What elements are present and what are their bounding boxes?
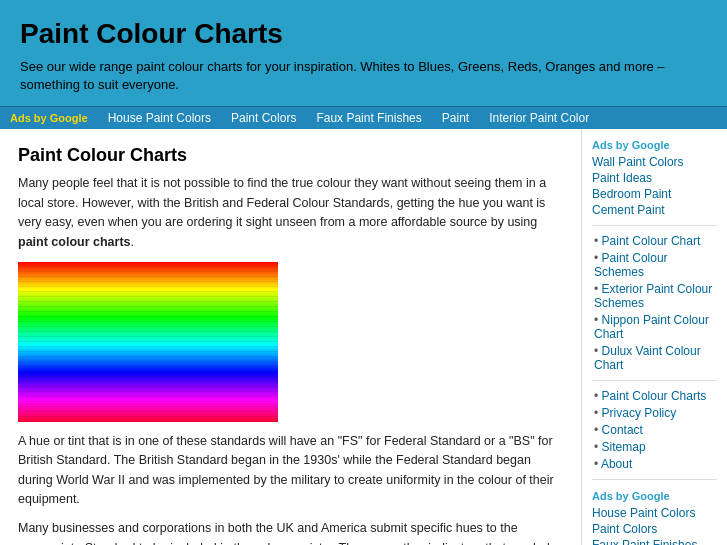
sidebar-nav-link-9[interactable]: Sitemap xyxy=(592,440,717,454)
sidebar-nav-section1: Paint Colour Chart Paint Colour Schemes … xyxy=(592,234,717,372)
sidebar-nav-link-6[interactable]: Paint Colour Charts xyxy=(592,389,717,403)
colour-chart-image xyxy=(18,262,278,422)
sidebar: Ads by Google Wall Paint Colors Paint Id… xyxy=(582,129,727,545)
ads-bar: Ads by Google House Paint Colors Paint C… xyxy=(0,106,727,129)
ads-bar-label: Ads by Google xyxy=(10,112,88,124)
sidebar-ads-label: Ads by Google xyxy=(592,139,717,151)
sidebar-ad-link-1[interactable]: Wall Paint Colors xyxy=(592,155,717,169)
sidebar-nav-link-5[interactable]: Dulux Vaint Colour Chart xyxy=(592,344,717,372)
sidebar-nav-link-2[interactable]: Paint Colour Schemes xyxy=(592,251,717,279)
sidebar-ad-link2-3[interactable]: Faux Paint Finishes xyxy=(592,538,717,545)
sidebar-nav-link-3[interactable]: Exterior Paint Colour Schemes xyxy=(592,282,717,310)
sidebar-divider-1 xyxy=(592,225,717,226)
main-wrapper: Paint Colour Charts Many people feel tha… xyxy=(0,129,727,545)
sidebar-ad-link-4[interactable]: Cement Paint xyxy=(592,203,717,217)
sidebar-ad-link2-1[interactable]: House Paint Colors xyxy=(592,506,717,520)
sidebar-nav-section2: Paint Colour Charts Privacy Policy Conta… xyxy=(592,389,717,471)
adsbar-link-4[interactable]: Paint xyxy=(442,111,469,125)
sidebar-ads-section: Ads by Google Wall Paint Colors Paint Id… xyxy=(592,139,717,217)
content-paragraph2: A hue or tint that is in one of these st… xyxy=(18,432,563,510)
adsbar-link-5[interactable]: Interior Paint Color xyxy=(489,111,589,125)
sidebar-nav-link-4[interactable]: Nippon Paint Colour Chart xyxy=(592,313,717,341)
content-paragraph1: Many people feel that it is not possible… xyxy=(18,174,563,252)
content-heading: Paint Colour Charts xyxy=(18,145,563,166)
sidebar-nav-link-7[interactable]: Privacy Policy xyxy=(592,406,717,420)
content-area: Paint Colour Charts Many people feel tha… xyxy=(0,129,582,545)
sidebar-divider-2 xyxy=(592,380,717,381)
highlight-text: paint colour charts xyxy=(18,235,131,249)
adsbar-link-3[interactable]: Faux Paint Finishes xyxy=(316,111,421,125)
adsbar-link-1[interactable]: House Paint Colors xyxy=(108,111,211,125)
sidebar-ad-link-2[interactable]: Paint Ideas xyxy=(592,171,717,185)
sidebar-ads-section2: Ads by Google House Paint Colors Paint C… xyxy=(592,490,717,545)
sidebar-nav-link-1[interactable]: Paint Colour Chart xyxy=(592,234,717,248)
sidebar-nav-link-8[interactable]: Contact xyxy=(592,423,717,437)
sidebar-nav-link-about[interactable]: About xyxy=(592,457,717,471)
adsbar-link-2[interactable]: Paint Colors xyxy=(231,111,296,125)
sidebar-ad-link2-2[interactable]: Paint Colors xyxy=(592,522,717,536)
sidebar-ads-label2: Ads by Google xyxy=(592,490,717,502)
content-paragraph3: Many businesses and corporations in both… xyxy=(18,519,563,545)
sidebar-ad-link-3[interactable]: Bedroom Paint xyxy=(592,187,717,201)
header: Paint Colour Charts See our wide range p… xyxy=(0,0,727,106)
sidebar-divider-3 xyxy=(592,479,717,480)
site-title: Paint Colour Charts xyxy=(20,18,707,50)
site-subtitle: See our wide range paint colour charts f… xyxy=(20,58,707,94)
